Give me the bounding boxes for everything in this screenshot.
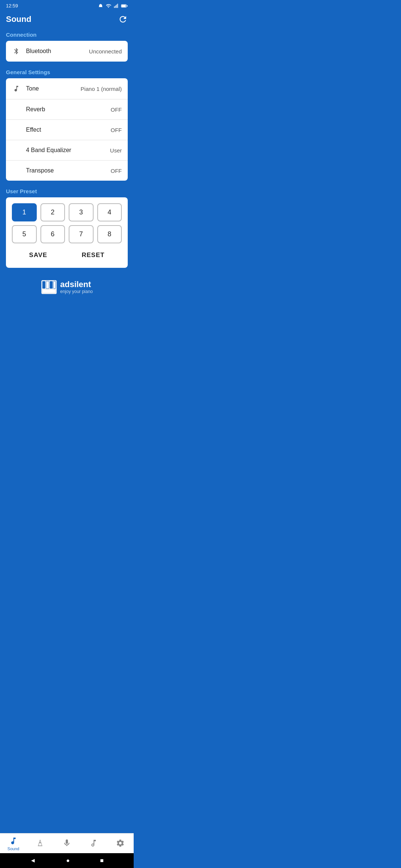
effect-label: Effect <box>26 126 111 133</box>
connection-card: Bluetooth Unconnected <box>6 41 128 62</box>
transpose-row[interactable]: Transpose OFF <box>6 161 128 181</box>
equalizer-label: 4 Band Equalizer <box>26 147 110 154</box>
wifi-icon <box>105 3 111 9</box>
adsilent-name: adsilent <box>60 280 93 289</box>
svg-rect-3 <box>116 4 117 8</box>
equalizer-row[interactable]: 4 Band Equalizer User <box>6 140 128 161</box>
svg-rect-7 <box>127 5 127 7</box>
preset-btn-7[interactable]: 7 <box>69 225 94 243</box>
svg-rect-11 <box>50 281 53 289</box>
preset-btn-8[interactable]: 8 <box>97 225 122 243</box>
content: Connection Bluetooth Unconnected General… <box>0 32 134 303</box>
tone-row[interactable]: Tone Piano 1 (normal) <box>6 78 128 99</box>
effect-row[interactable]: Effect OFF <box>6 120 128 140</box>
bluetooth-value: Unconnected <box>89 48 122 55</box>
preset-btn-4[interactable]: 4 <box>97 203 122 221</box>
svg-rect-13 <box>42 289 56 293</box>
general-settings-card: Tone Piano 1 (normal) Reverb OFF Effect … <box>6 78 128 181</box>
svg-rect-9 <box>42 281 45 289</box>
preset-btn-2[interactable]: 2 <box>40 203 65 221</box>
header: Sound <box>0 10 134 30</box>
adsilent-logo: adsilent enjoy your piano <box>6 275 128 303</box>
piano-logo-icon <box>41 279 57 295</box>
preset-grid: 1 2 3 4 5 6 7 8 <box>12 203 122 243</box>
adsilent-tagline: enjoy your piano <box>60 289 93 294</box>
refresh-icon[interactable] <box>118 14 128 24</box>
general-settings-section-label: General Settings <box>6 69 128 75</box>
svg-rect-4 <box>117 4 118 8</box>
equalizer-value: User <box>110 147 122 154</box>
preset-btn-3[interactable]: 3 <box>69 203 94 221</box>
save-button[interactable]: SAVE <box>17 249 59 262</box>
reverb-row[interactable]: Reverb OFF <box>6 99 128 120</box>
status-icons <box>98 3 128 9</box>
tone-icon <box>12 85 21 92</box>
svg-rect-10 <box>46 281 49 289</box>
notification-icon <box>98 3 103 9</box>
bluetooth-label: Bluetooth <box>26 48 89 55</box>
preset-btn-5[interactable]: 5 <box>12 225 37 243</box>
adsilent-logo-content: adsilent enjoy your piano <box>41 279 93 295</box>
reset-button[interactable]: RESET <box>70 249 117 262</box>
svg-rect-1 <box>114 6 115 8</box>
tone-value: Piano 1 (normal) <box>81 86 122 92</box>
status-bar: 12:59 <box>0 0 134 10</box>
signal-icon <box>114 3 119 9</box>
bluetooth-row[interactable]: Bluetooth Unconnected <box>6 41 128 62</box>
effect-value: OFF <box>111 127 122 133</box>
tone-label: Tone <box>26 85 81 92</box>
page-title: Sound <box>6 14 31 24</box>
svg-rect-2 <box>115 5 116 7</box>
status-time: 12:59 <box>6 3 18 9</box>
user-preset-section-label: User Preset <box>6 188 128 194</box>
reverb-label: Reverb <box>26 106 111 113</box>
battery-icon <box>121 4 128 8</box>
connection-section-label: Connection <box>6 32 128 38</box>
preset-actions: SAVE RESET <box>12 249 122 262</box>
preset-btn-6[interactable]: 6 <box>40 225 65 243</box>
bluetooth-icon <box>12 47 21 55</box>
transpose-label: Transpose <box>26 167 111 174</box>
svg-rect-12 <box>53 281 56 289</box>
user-preset-card: 1 2 3 4 5 6 7 8 SAVE RESET <box>6 197 128 268</box>
transpose-value: OFF <box>111 168 122 174</box>
svg-rect-6 <box>121 4 126 7</box>
adsilent-text-block: adsilent enjoy your piano <box>60 280 93 294</box>
preset-btn-1[interactable]: 1 <box>12 203 37 221</box>
reverb-value: OFF <box>111 106 122 113</box>
